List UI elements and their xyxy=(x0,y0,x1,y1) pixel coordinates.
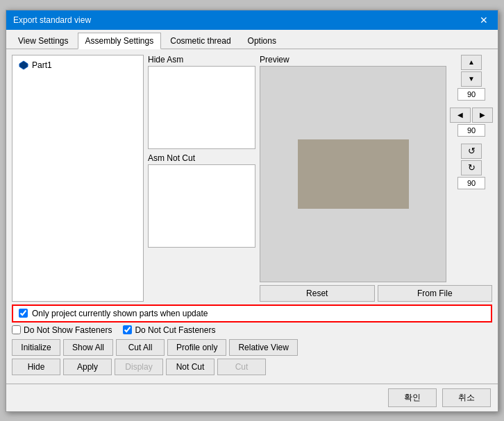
tab-options[interactable]: Options xyxy=(240,33,284,49)
svg-marker-0 xyxy=(19,61,28,69)
do-not-cut-fasteners-checkbox[interactable] xyxy=(123,325,132,334)
horizontal-control xyxy=(450,108,493,137)
apply-button[interactable]: Apply xyxy=(63,359,112,375)
rotate-ccw-button[interactable] xyxy=(461,144,482,159)
top-value-input[interactable] xyxy=(457,88,485,101)
bot-value-input[interactable] xyxy=(457,177,485,189)
content-area: Part1 Hide Asm Asm Not Cut xyxy=(6,49,498,384)
title-bar: Export standard view ✕ xyxy=(6,10,498,30)
from-file-button[interactable]: From File xyxy=(378,285,493,302)
do-not-show-fasteners-checkbox[interactable] xyxy=(12,325,21,334)
part-label: Part1 xyxy=(32,60,52,70)
tab-assembly-settings[interactable]: Assembly Settings xyxy=(78,33,162,49)
show-all-button[interactable]: Show All xyxy=(63,339,113,356)
btn-row-2: Hide Apply Display Not Cut Cut xyxy=(12,359,492,375)
rotate-control xyxy=(457,144,485,189)
dialog-title: Export standard view xyxy=(13,15,91,25)
tab-cosmetic-thread[interactable]: Cosmetic thread xyxy=(162,33,238,49)
checkbox-row: Do Not Show Fasteners Do Not Cut Fastene… xyxy=(12,325,492,335)
dialog: Export standard view ✕ View Settings Ass… xyxy=(6,10,498,412)
only-project-label: Only project currently shown parts when … xyxy=(32,309,208,318)
only-project-checkbox[interactable] xyxy=(19,309,28,318)
do-not-show-fasteners-label: Do Not Show Fasteners xyxy=(24,325,112,335)
reset-button[interactable]: Reset xyxy=(260,285,375,302)
reset-from-row: Reset From File xyxy=(260,285,492,302)
asm-not-cut-section: Asm Not Cut xyxy=(148,153,255,248)
preview-area xyxy=(260,66,446,282)
list-item[interactable]: Part1 xyxy=(15,58,140,72)
left-button[interactable] xyxy=(450,108,471,123)
parts-list[interactable]: Part1 xyxy=(12,55,144,302)
preview-shape xyxy=(298,139,409,209)
relative-view-button[interactable]: Relative View xyxy=(229,339,297,356)
initialize-button[interactable]: Initialize xyxy=(12,339,60,356)
vertical-control xyxy=(457,55,485,101)
right-button[interactable] xyxy=(472,108,493,123)
asm-not-cut-list[interactable] xyxy=(148,164,255,248)
left-panel: Part1 xyxy=(12,55,144,302)
ok-button[interactable]: 확인 xyxy=(388,388,437,407)
do-not-cut-fasteners-item: Do Not Cut Fasteners xyxy=(123,325,215,335)
btn-row-1: Initialize Show All Cut All Profile only… xyxy=(12,339,492,356)
do-not-show-fasteners-item: Do Not Show Fasteners xyxy=(12,325,112,335)
main-row: Part1 Hide Asm Asm Not Cut xyxy=(12,55,492,302)
cut-all-button[interactable]: Cut All xyxy=(116,339,165,356)
part-icon xyxy=(18,60,29,71)
middle-panel: Hide Asm Asm Not Cut xyxy=(148,55,255,302)
hide-asm-label: Hide Asm xyxy=(148,55,255,65)
right-area: Preview xyxy=(260,55,492,302)
hide-button[interactable]: Hide xyxy=(12,359,60,375)
controls-panel xyxy=(451,55,492,282)
preview-label: Preview xyxy=(260,55,446,65)
close-button[interactable]: ✕ xyxy=(477,15,491,26)
rotate-cw-button[interactable] xyxy=(461,160,482,175)
bottom-section: Only project currently shown parts when … xyxy=(12,304,492,378)
bottom-bar: 확인 취소 xyxy=(6,384,498,411)
not-cut-button[interactable]: Not Cut xyxy=(166,359,215,375)
cut-button: Cut xyxy=(217,359,266,375)
hide-asm-section: Hide Asm xyxy=(148,55,255,149)
up-button[interactable] xyxy=(461,55,482,70)
display-button: Display xyxy=(115,359,163,375)
profile-only-button[interactable]: Profile only xyxy=(167,339,226,356)
do-not-cut-fasteners-label: Do Not Cut Fasteners xyxy=(135,325,215,335)
tab-view-settings[interactable]: View Settings xyxy=(10,33,76,49)
only-project-row: Only project currently shown parts when … xyxy=(12,304,492,323)
tab-bar: View Settings Assembly Settings Cosmetic… xyxy=(6,30,498,49)
hide-asm-list[interactable] xyxy=(148,66,255,149)
cancel-button[interactable]: 취소 xyxy=(442,388,491,407)
asm-not-cut-label: Asm Not Cut xyxy=(148,153,255,163)
down-button[interactable] xyxy=(461,71,482,87)
mid-value-input[interactable] xyxy=(457,124,485,137)
